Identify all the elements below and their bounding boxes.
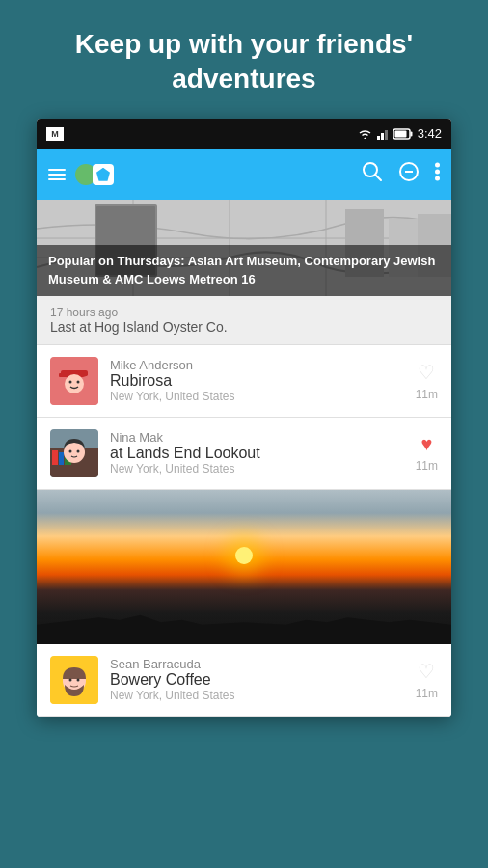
svg-point-11 xyxy=(435,170,440,175)
checkin-info: Nina Mak at Lands End Lookout New York, … xyxy=(110,430,404,475)
checkin-place: Bowery Coffee xyxy=(110,671,404,689)
svg-rect-0 xyxy=(377,136,380,140)
checkin-user: Nina Mak xyxy=(110,430,404,445)
sunset-sun xyxy=(235,547,253,564)
checkin-time: 11m xyxy=(416,388,438,401)
like-button[interactable]: ♡ xyxy=(418,361,435,384)
section-time: 17 hours ago xyxy=(50,306,438,319)
checkin-time: 11m xyxy=(416,687,438,700)
checkin-actions: ♥ 11m xyxy=(416,433,438,473)
checkin-item[interactable]: Sean Barracuda Bowery Coffee New York, U… xyxy=(37,644,451,717)
checkin-time: 11m xyxy=(416,459,438,473)
svg-rect-1 xyxy=(381,133,384,140)
section-last-at: Last at Hog Island Oyster Co. xyxy=(50,319,438,335)
page-header: Keep up with your friends' adventures xyxy=(0,0,488,119)
checkin-info: Mike Anderson Rubirosa New York, United … xyxy=(110,358,404,403)
svg-point-42 xyxy=(77,678,80,681)
avatar xyxy=(50,357,98,405)
svg-point-37 xyxy=(69,449,72,452)
status-bar: M 3:42 xyxy=(37,119,451,149)
sunset-photo-section xyxy=(37,490,451,644)
battery-icon xyxy=(393,128,413,140)
more-options-button[interactable] xyxy=(435,162,440,186)
wifi-icon xyxy=(358,128,372,140)
checkin-place: Rubirosa xyxy=(110,372,404,390)
search-button[interactable] xyxy=(362,161,383,187)
svg-line-7 xyxy=(375,175,381,180)
banner-overlay: Popular on Thursdays: Asian Art Museum, … xyxy=(37,245,451,295)
svg-rect-33 xyxy=(52,450,58,465)
like-button[interactable]: ♥ xyxy=(420,433,432,455)
checkin-location: New York, United States xyxy=(110,462,404,475)
svg-point-41 xyxy=(69,678,72,681)
checkin-location: New York, United States xyxy=(110,689,404,702)
checkin-actions: ♡ 11m xyxy=(416,361,438,401)
message-button[interactable] xyxy=(398,161,420,187)
status-time: 3:42 xyxy=(418,126,442,141)
checkin-user: Sean Barracuda xyxy=(110,657,404,671)
checkin-item[interactable]: Mike Anderson Rubirosa New York, United … xyxy=(37,345,451,418)
svg-point-29 xyxy=(69,380,72,383)
banner-section: Popular on Thursdays: Asian Art Museum, … xyxy=(37,200,451,296)
svg-point-28 xyxy=(65,374,84,393)
svg-rect-2 xyxy=(385,130,388,140)
hamburger-menu[interactable] xyxy=(48,169,66,180)
gmail-icon: M xyxy=(46,127,64,141)
checkin-user: Mike Anderson xyxy=(110,358,404,372)
svg-point-38 xyxy=(77,449,80,452)
svg-point-30 xyxy=(77,380,80,383)
checkin-actions: ♡ 11m xyxy=(416,660,438,700)
svg-point-36 xyxy=(64,442,85,463)
header-title: Keep up with your friends' adventures xyxy=(75,29,413,94)
checkin-item[interactable]: Nina Mak at Lands End Lookout New York, … xyxy=(37,418,451,490)
logo-badge xyxy=(93,164,114,185)
signal-icon xyxy=(377,128,389,140)
like-button[interactable]: ♡ xyxy=(418,660,435,683)
sunset-silhouette xyxy=(37,596,451,644)
phone-frame: M 3:42 xyxy=(37,119,451,717)
svg-point-10 xyxy=(435,163,440,168)
svg-rect-34 xyxy=(59,452,64,465)
avatar xyxy=(50,656,98,704)
checkin-info: Sean Barracuda Bowery Coffee New York, U… xyxy=(110,657,404,702)
checkin-location: New York, United States xyxy=(110,390,404,403)
app-toolbar xyxy=(37,149,451,200)
svg-rect-27 xyxy=(59,373,67,377)
svg-rect-5 xyxy=(394,130,406,137)
checkin-place: at Lands End Lookout xyxy=(110,445,404,462)
svg-point-12 xyxy=(435,176,440,181)
svg-rect-4 xyxy=(410,131,412,136)
section-header: 17 hours ago Last at Hog Island Oyster C… xyxy=(37,296,451,345)
avatar xyxy=(50,429,98,477)
banner-text: Popular on Thursdays: Asian Art Museum, … xyxy=(48,253,440,287)
